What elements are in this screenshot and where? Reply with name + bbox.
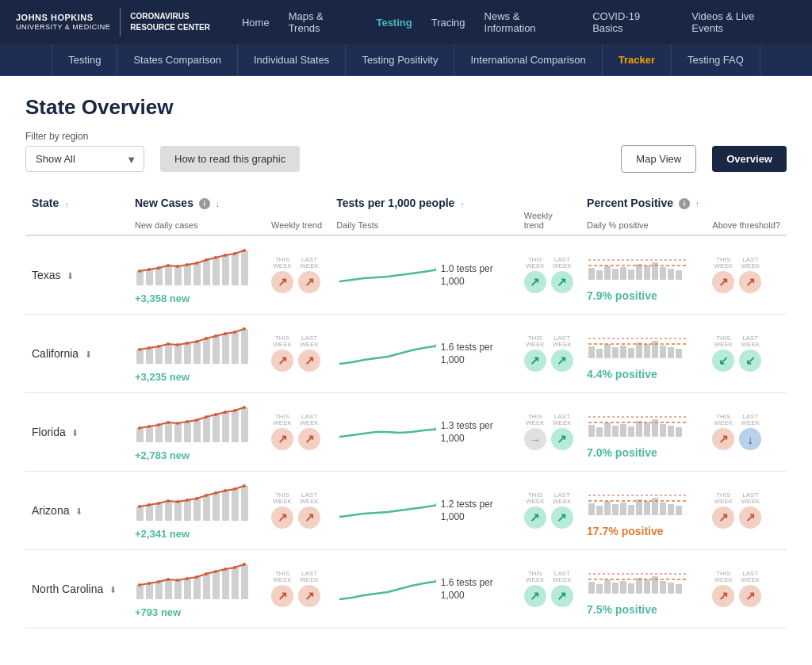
svg-rect-185 — [620, 581, 626, 594]
svg-rect-160 — [174, 580, 182, 599]
region-filter-select[interactable]: Show All — [25, 146, 144, 172]
svg-rect-36 — [676, 270, 682, 280]
subheader-new-daily: New daily cases — [128, 211, 265, 235]
cell-positive-chart: 4.4% positive — [580, 315, 706, 393]
positive-chart-area: 17.7% positive — [587, 483, 699, 537]
svg-rect-85 — [203, 417, 210, 442]
col-header-positive[interactable]: Percent Positive i ↑ — [580, 189, 787, 211]
cell-new-cases-trend: THISWEEK ↗ LASTWEEK ↗ — [265, 235, 330, 315]
nav-testing[interactable]: Testing — [368, 12, 419, 33]
svg-point-138 — [224, 489, 227, 492]
subnav-faq[interactable]: Testing FAQ — [672, 44, 760, 76]
svg-rect-124 — [203, 495, 210, 521]
col-header-new-cases[interactable]: New Cases i ↓ — [128, 189, 330, 211]
tests-value: 1.0 tests per 1,000 — [441, 262, 511, 289]
subnav-testing[interactable]: Testing — [52, 44, 117, 76]
svg-point-134 — [186, 499, 189, 502]
new-cases-value: +3,235 new — [135, 371, 259, 383]
svg-rect-81 — [165, 422, 172, 442]
cell-threshold-trend: THISWEEK ↙ LASTWEEK ↙ — [706, 315, 787, 393]
svg-point-168 — [138, 583, 141, 587]
col-header-state[interactable]: State ↑ — [25, 189, 128, 211]
nav-videos[interactable]: Videos & Live Events — [684, 6, 796, 39]
svg-point-96 — [195, 418, 198, 422]
subnav-tracker[interactable]: Tracker — [603, 44, 672, 76]
cell-positive-chart: 7.5% positive — [580, 550, 706, 629]
svg-rect-65 — [596, 349, 603, 358]
positive-chart-area: 7.9% positive — [587, 248, 699, 302]
top-navigation: JOHNS HOPKINSUNIVERSITY & MEDICINE CORON… — [0, 0, 812, 44]
cell-tests-trend: THISWEEK → LASTWEEK ↗ — [518, 393, 580, 472]
cell-positive-chart: 7.9% positive — [580, 235, 706, 315]
filter-label: Filter by region — [25, 131, 787, 142]
svg-rect-88 — [232, 411, 239, 442]
subnav-states-comparison[interactable]: States Comparison — [117, 44, 238, 76]
svg-rect-126 — [222, 491, 229, 521]
svg-point-21 — [224, 254, 227, 257]
download-icon[interactable]: ⬇ — [85, 350, 92, 360]
subnav-testing-positivity[interactable]: Testing Positivity — [346, 44, 454, 76]
download-icon[interactable]: ⬇ — [67, 271, 74, 281]
new-cases-chart-area: +2,783 new — [135, 403, 259, 461]
nav-covid-basics[interactable]: COVID-19 Basics — [584, 6, 680, 39]
main-content: State Overview Filter by region Show All… — [0, 76, 812, 648]
svg-rect-147 — [628, 505, 634, 515]
svg-point-13 — [147, 268, 151, 271]
svg-point-177 — [224, 568, 227, 571]
download-icon[interactable]: ⬇ — [109, 585, 117, 595]
subnav-international[interactable]: International Comparison — [454, 44, 602, 76]
download-icon[interactable]: ⬇ — [75, 506, 82, 517]
svg-rect-4 — [174, 266, 182, 285]
download-icon[interactable]: ⬇ — [71, 428, 79, 438]
svg-rect-49 — [232, 332, 239, 364]
nav-tracing[interactable]: Tracing — [423, 12, 473, 33]
cell-new-cases-chart: +2,783 new — [128, 393, 265, 472]
svg-rect-119 — [155, 503, 163, 521]
svg-rect-182 — [596, 584, 603, 594]
svg-rect-146 — [620, 503, 626, 515]
nav-home[interactable]: Home — [234, 12, 278, 33]
crc-logo: CORONAVIRUSRESOURCE CENTER — [130, 11, 210, 33]
col-header-tests[interactable]: Tests per 1,000 people ↑ — [330, 189, 580, 211]
nav-news[interactable]: News & Information — [477, 6, 582, 39]
subheader-state — [25, 211, 128, 235]
state-name-text: Florida — [32, 426, 66, 438]
cell-tests-trend: THISWEEK ↗ LASTWEEK ↗ — [518, 472, 580, 550]
svg-rect-186 — [628, 583, 634, 594]
state-name-text: North Carolina — [32, 583, 103, 595]
svg-rect-113 — [668, 426, 674, 437]
nav-maps-trends[interactable]: Maps & Trends — [281, 6, 366, 39]
cell-new-cases-trend: THISWEEK ↗ LASTWEEK ↗ — [265, 472, 330, 550]
cell-positive-chart: 7.0% positive — [580, 393, 706, 472]
table-row: Florida ⬇ +2,783 new THISWEEK ↗ LASTWEEK… — [25, 393, 787, 472]
map-view-button[interactable]: Map View — [621, 145, 696, 173]
page-title: State Overview — [25, 95, 787, 120]
overview-button[interactable]: Overview — [712, 146, 787, 172]
svg-point-139 — [233, 487, 236, 491]
svg-rect-73 — [660, 346, 666, 358]
sub-navigation: Testing States Comparison Individual Sta… — [0, 44, 812, 76]
positive-info-icon[interactable]: i — [679, 198, 690, 209]
svg-rect-29 — [620, 267, 626, 280]
new-cases-info-icon[interactable]: i — [199, 198, 210, 209]
positive-sort-arrow: ↑ — [695, 199, 700, 208]
positive-value: 7.0% positive — [587, 446, 699, 459]
svg-rect-89 — [241, 407, 248, 442]
subnav-individual-states[interactable]: Individual States — [238, 44, 346, 76]
cell-new-cases-chart: +3,358 new — [128, 235, 265, 315]
svg-rect-7 — [203, 260, 210, 285]
table-row: North Carolina ⬇ +793 new THISWEEK ↗ LAS… — [25, 550, 787, 629]
svg-rect-109 — [636, 421, 642, 437]
svg-point-60 — [224, 332, 227, 335]
svg-rect-158 — [155, 582, 163, 599]
svg-rect-68 — [620, 346, 626, 358]
svg-point-132 — [167, 499, 170, 503]
state-overview-table: State ↑ New Cases i ↓ Tests per 1,000 pe… — [25, 189, 787, 629]
svg-point-179 — [243, 563, 246, 566]
svg-point-99 — [224, 411, 227, 414]
svg-point-51 — [138, 348, 141, 351]
subheader-weekly-trend-1: Weekly trend — [265, 211, 330, 235]
svg-rect-1 — [146, 269, 153, 285]
svg-point-100 — [233, 409, 236, 412]
how-to-read-button[interactable]: How to read this graphic — [160, 146, 300, 172]
